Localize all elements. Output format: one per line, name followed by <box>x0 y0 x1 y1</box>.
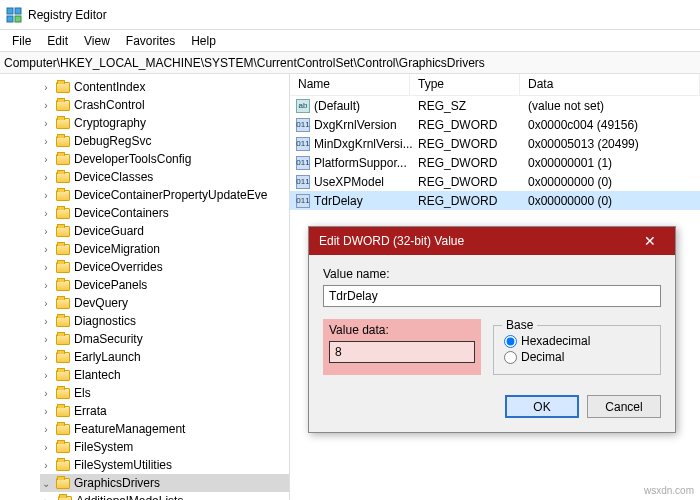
address-bar[interactable]: Computer\HKEY_LOCAL_MACHINE\SYSTEM\Curre… <box>0 52 700 74</box>
ok-button[interactable]: OK <box>505 395 579 418</box>
list-row[interactable]: 011DxgKrnlVersionREG_DWORD0x0000c004 (49… <box>290 115 700 134</box>
tree-item[interactable]: ›CrashControl <box>40 96 289 114</box>
col-header-name[interactable]: Name <box>290 74 410 95</box>
value-name: TdrDelay <box>314 194 363 208</box>
tree-item[interactable]: ›DeviceGuard <box>40 222 289 240</box>
tree-item[interactable]: ›FileSystemUtilities <box>40 456 289 474</box>
chevron-right-icon[interactable]: › <box>40 244 52 255</box>
value-type: REG_DWORD <box>410 156 520 170</box>
folder-icon <box>58 496 72 501</box>
tree-item-label: DevQuery <box>74 296 128 310</box>
value-type: REG_DWORD <box>410 194 520 208</box>
chevron-right-icon[interactable]: › <box>40 388 52 399</box>
menu-favorites[interactable]: Favorites <box>118 32 183 50</box>
folder-icon <box>56 352 70 363</box>
tree-item[interactable]: ›DebugRegSvc <box>40 132 289 150</box>
folder-icon <box>56 226 70 237</box>
value-data-input[interactable] <box>329 341 475 363</box>
tree-item-label: DeviceMigration <box>74 242 160 256</box>
folder-icon <box>56 460 70 471</box>
tree-item[interactable]: ›Elantech <box>40 366 289 384</box>
tree-item[interactable]: ›DevicePanels <box>40 276 289 294</box>
chevron-right-icon[interactable]: › <box>40 280 52 291</box>
base-legend: Base <box>502 318 537 332</box>
radio-hexadecimal[interactable]: Hexadecimal <box>504 334 650 348</box>
list-row[interactable]: 011PlatformSuppor...REG_DWORD0x00000001 … <box>290 153 700 172</box>
tree-item[interactable]: ›Els <box>40 384 289 402</box>
value-type-icon: ab <box>296 99 310 113</box>
dialog-title: Edit DWORD (32-bit) Value <box>319 234 464 248</box>
menu-file[interactable]: File <box>4 32 39 50</box>
tree-item[interactable]: ›DmaSecurity <box>40 330 289 348</box>
chevron-right-icon[interactable]: › <box>40 136 52 147</box>
chevron-right-icon[interactable]: › <box>40 334 52 345</box>
list-row[interactable]: 011UseXPModelREG_DWORD0x00000000 (0) <box>290 172 700 191</box>
tree-item[interactable]: ›FileSystem <box>40 438 289 456</box>
menu-help[interactable]: Help <box>183 32 224 50</box>
tree-item[interactable]: ›DeviceOverrides <box>40 258 289 276</box>
value-type-icon: 011 <box>296 175 310 189</box>
tree-item[interactable]: ›DeviceContainers <box>40 204 289 222</box>
value-type-icon: 011 <box>296 156 310 170</box>
tree-item-label: DeveloperToolsConfig <box>74 152 191 166</box>
chevron-right-icon[interactable]: › <box>40 442 52 453</box>
chevron-right-icon[interactable]: › <box>40 100 52 111</box>
tree-item[interactable]: ›AdditionalModeLists <box>40 492 289 500</box>
menu-edit[interactable]: Edit <box>39 32 76 50</box>
tree-item-graphicsdrivers[interactable]: ⌄GraphicsDrivers <box>40 474 289 492</box>
tree-item[interactable]: ›Errata <box>40 402 289 420</box>
tree-item[interactable]: ›DeviceMigration <box>40 240 289 258</box>
tree-item[interactable]: ›Cryptography <box>40 114 289 132</box>
chevron-right-icon[interactable]: › <box>40 316 52 327</box>
radio-decimal[interactable]: Decimal <box>504 350 650 364</box>
tree-item-label: Errata <box>74 404 107 418</box>
list-row[interactable]: 011TdrDelayREG_DWORD0x00000000 (0) <box>290 191 700 210</box>
tree-item[interactable]: ›DeviceClasses <box>40 168 289 186</box>
chevron-right-icon[interactable]: › <box>40 190 52 201</box>
tree-item[interactable]: ›EarlyLaunch <box>40 348 289 366</box>
chevron-right-icon[interactable]: › <box>40 154 52 165</box>
chevron-right-icon[interactable]: › <box>40 406 52 417</box>
col-header-data[interactable]: Data <box>520 74 700 95</box>
folder-icon <box>56 370 70 381</box>
tree-item[interactable]: ›DevQuery <box>40 294 289 312</box>
close-icon[interactable]: ✕ <box>635 233 665 249</box>
chevron-right-icon[interactable]: › <box>40 226 52 237</box>
list-row[interactable]: 011MinDxgKrnlVersi...REG_DWORD0x00005013… <box>290 134 700 153</box>
col-header-type[interactable]: Type <box>410 74 520 95</box>
value-name-label: Value name: <box>323 267 661 281</box>
value-type-icon: 011 <box>296 194 310 208</box>
tree-item[interactable]: ›Diagnostics <box>40 312 289 330</box>
chevron-right-icon[interactable]: › <box>40 118 52 129</box>
chevron-right-icon[interactable]: › <box>40 262 52 273</box>
chevron-right-icon[interactable]: › <box>40 496 52 501</box>
list-row[interactable]: ab(Default)REG_SZ(value not set) <box>290 96 700 115</box>
value-data: 0x00000000 (0) <box>520 175 700 189</box>
tree-item-label: GraphicsDrivers <box>74 476 160 490</box>
tree-item-label: DeviceClasses <box>74 170 153 184</box>
chevron-right-icon[interactable]: › <box>40 82 52 93</box>
value-name: DxgKrnlVersion <box>314 118 397 132</box>
tree-item-label: CrashControl <box>74 98 145 112</box>
menu-view[interactable]: View <box>76 32 118 50</box>
svg-rect-3 <box>15 16 21 22</box>
chevron-down-icon[interactable]: ⌄ <box>40 478 52 489</box>
tree-item-label: AdditionalModeLists <box>76 494 183 500</box>
chevron-right-icon[interactable]: › <box>40 370 52 381</box>
cancel-button[interactable]: Cancel <box>587 395 661 418</box>
chevron-right-icon[interactable]: › <box>40 208 52 219</box>
tree-item[interactable]: ›DeveloperToolsConfig <box>40 150 289 168</box>
value-name-input[interactable] <box>323 285 661 307</box>
folder-icon <box>56 442 70 453</box>
tree-item[interactable]: ›FeatureManagement <box>40 420 289 438</box>
chevron-right-icon[interactable]: › <box>40 352 52 363</box>
chevron-right-icon[interactable]: › <box>40 172 52 183</box>
folder-icon <box>56 100 70 111</box>
chevron-right-icon[interactable]: › <box>40 298 52 309</box>
tree-item-label: DeviceGuard <box>74 224 144 238</box>
chevron-right-icon[interactable]: › <box>40 424 52 435</box>
tree-item[interactable]: ›ContentIndex <box>40 78 289 96</box>
tree-item[interactable]: ›DeviceContainerPropertyUpdateEve <box>40 186 289 204</box>
folder-icon <box>56 154 70 165</box>
chevron-right-icon[interactable]: › <box>40 460 52 471</box>
